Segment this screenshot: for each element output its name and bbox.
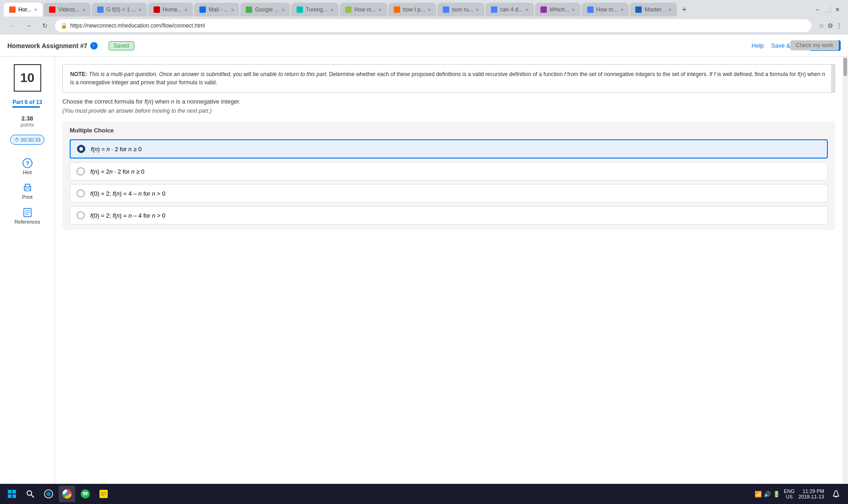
tab-favicon-sum <box>443 6 449 13</box>
references-button[interactable]: References <box>11 205 44 226</box>
svg-point-13 <box>27 491 32 495</box>
info-icon[interactable]: i <box>90 42 98 49</box>
tab-master[interactable]: Master... × <box>630 3 677 16</box>
svg-rect-11 <box>8 494 11 498</box>
check-my-work-button[interactable]: Check my work <box>790 40 839 50</box>
print-icon <box>22 182 33 193</box>
back-button[interactable]: ← <box>6 19 18 32</box>
extensions-icon[interactable]: ⚙ <box>827 22 833 29</box>
tab-label-homework: Hor... <box>18 6 32 13</box>
mc-option-a[interactable]: f(n) = n · 2 for n ≥ 0 <box>70 139 828 159</box>
right-scrollbar[interactable] <box>842 57 848 484</box>
svg-line-14 <box>31 495 34 498</box>
tab-close-homework[interactable]: × <box>34 7 37 12</box>
help-link[interactable]: Help <box>752 42 764 49</box>
forward-button[interactable]: → <box>22 19 35 32</box>
tab-favicon-shopify <box>345 6 352 13</box>
tab-close-turnitin[interactable]: × <box>330 7 333 12</box>
hint-button[interactable]: ? Hint <box>11 156 44 177</box>
content-area: NOTE: This is a multi-part question. Onc… <box>55 57 842 484</box>
close-button[interactable]: ✕ <box>834 6 841 13</box>
maximize-button[interactable]: ⬜ <box>824 6 831 13</box>
windows-start[interactable] <box>4 486 20 502</box>
bookmark-icon[interactable]: ☆ <box>819 22 825 29</box>
option-a-text: f(n) = n · 2 for n ≥ 0 <box>91 146 142 153</box>
svg-text:?: ? <box>26 160 29 167</box>
radio-b <box>77 167 85 175</box>
tab-label-g1: G f(0) = 1 ... <box>106 6 136 13</box>
tab-close-can4d[interactable]: × <box>525 7 528 12</box>
tab-favicon-maps <box>246 6 252 13</box>
references-label: References <box>14 219 40 225</box>
tab-close-home[interactable]: × <box>185 7 187 12</box>
tab-shopify[interactable]: How m... × <box>340 3 387 16</box>
print-button[interactable]: Print <box>11 181 44 202</box>
app-container: Homework Assignment #7 i Saved Help Save… <box>0 35 848 504</box>
tab-close-video[interactable]: × <box>83 7 85 12</box>
tab-close-g1[interactable]: × <box>138 7 141 12</box>
tab-favicon-mc <box>154 6 160 13</box>
taskbar-cortana[interactable] <box>40 486 57 502</box>
timer-icon: ⏱ <box>14 137 19 142</box>
tab-close-howm[interactable]: × <box>621 7 623 12</box>
option-d-text: f(0) = 2; f(n) = n – 4 for n > 0 <box>90 212 165 219</box>
tab-maps[interactable]: Google ... × <box>240 3 290 16</box>
reload-button[interactable]: ↻ <box>39 19 51 32</box>
top-bar: Homework Assignment #7 i Saved Help Save… <box>0 35 848 57</box>
tab-mail[interactable]: Mail - ... × <box>194 3 239 16</box>
tab-close-mail[interactable]: × <box>231 7 234 12</box>
tab-label-howm: How m... <box>596 6 618 13</box>
mc-option-c[interactable]: f(0) = 2; f(n) = 4 – n for n > 0 <box>70 184 828 203</box>
date-display: 2018-11-13 <box>798 494 824 499</box>
tab-close-how[interactable]: × <box>428 7 430 12</box>
tab-close-which[interactable]: × <box>572 7 575 12</box>
svg-rect-3 <box>25 184 30 187</box>
tab-label-can4d: can 4 d... <box>500 6 523 13</box>
tab-video[interactable]: Videos... × <box>44 3 91 16</box>
new-tab-button[interactable]: + <box>678 3 691 16</box>
mc-option-d[interactable]: f(0) = 2; f(n) = n – 4 for n > 0 <box>70 206 828 225</box>
tab-label-home: Home... <box>163 6 182 13</box>
tab-label-mail: Mail - ... <box>209 6 228 13</box>
taskbar-search[interactable] <box>22 486 39 502</box>
tab-close-sum[interactable]: × <box>476 7 479 12</box>
mc-label: Multiple Choice <box>70 127 828 134</box>
mc-option-b[interactable]: f(n) = 2n · 2 for n ≥ 0 <box>70 162 828 181</box>
tab-can4d[interactable]: can 4 d... × <box>485 3 534 16</box>
tab-bar: Hor... × Videos... × G f(0) = 1 ... × Ho… <box>0 0 848 16</box>
hint-icon: ? <box>22 158 33 169</box>
question-number: 10 <box>14 64 41 92</box>
taskbar-notification[interactable] <box>828 486 844 502</box>
note-text: This is a multi-part question. Once an a… <box>89 71 328 77</box>
tab-close-shopify[interactable]: × <box>379 7 381 12</box>
saved-badge: Saved <box>109 41 134 50</box>
system-icons: 📶 🔊 🔋 <box>754 491 780 498</box>
taskbar-spotify[interactable] <box>77 486 94 502</box>
scroll-thumb[interactable] <box>843 58 847 76</box>
tab-favicon-g1 <box>97 6 104 13</box>
multiple-choice-container: Multiple Choice f(n) = n · 2 for n ≥ 0 <box>62 121 835 230</box>
timer-value: 00:30:33 <box>21 137 41 142</box>
time-display: 11:29 PM <box>798 488 824 494</box>
lang-area: ENG US <box>784 488 795 499</box>
url-bar[interactable]: 🔒 https://newconnect.mheducation.com/flo… <box>55 19 811 32</box>
tab-favicon-video <box>49 6 55 13</box>
url-text: https://newconnect.mheducation.com/flow/… <box>70 22 806 29</box>
taskbar-sticky[interactable] <box>95 486 112 502</box>
tab-homework[interactable]: Hor... × <box>4 3 43 16</box>
minimize-button[interactable]: – <box>814 6 820 13</box>
taskbar-chrome[interactable] <box>59 486 75 502</box>
menu-icon[interactable]: ⋮ <box>836 22 842 29</box>
tab-label-video: Videos... <box>58 6 79 13</box>
taskbar: 📶 🔊 🔋 ENG US 11:29 PM 2018-11-13 <box>0 484 848 504</box>
tab-close-master[interactable]: × <box>668 7 671 12</box>
tab-turnitin[interactable]: Tureng... × <box>291 3 339 16</box>
tab-sum[interactable]: sum ru... × <box>437 3 485 16</box>
tab-google1[interactable]: G f(0) = 1 ... × <box>92 3 147 16</box>
tab-close-maps[interactable]: × <box>281 7 284 12</box>
tab-home-mc[interactable]: Home... × <box>148 3 193 16</box>
tab-howm[interactable]: How m... × <box>582 3 629 16</box>
tab-which[interactable]: Which... × <box>535 3 581 16</box>
svg-point-16 <box>46 492 51 496</box>
tab-how[interactable]: how I p... × <box>388 3 436 16</box>
